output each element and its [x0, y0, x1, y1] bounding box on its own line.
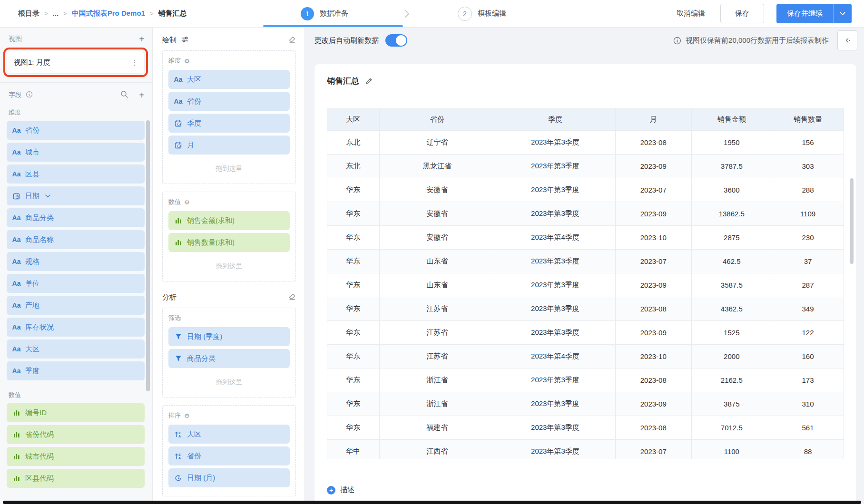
edit-title-pencil-icon[interactable]	[365, 77, 373, 85]
table-cell: 1109	[772, 202, 844, 226]
field-chip[interactable]: 商品分类	[168, 349, 290, 368]
auto-refresh-label: 更改后自动刷新数据	[314, 36, 379, 45]
measures-section-label: 数值	[0, 383, 152, 403]
field-chip[interactable]: 编号ID	[7, 403, 145, 422]
field-chip[interactable]: Aa城市	[7, 143, 145, 162]
breadcrumb: 根目录 > ... > 中国式报表Pro Demo1 > 销售汇总	[18, 0, 187, 27]
draw-measures-label: 数值 ⚙	[168, 198, 290, 206]
field-chip[interactable]: ZA省份	[168, 446, 290, 465]
field-chip-label: 规格	[25, 257, 39, 266]
field-chip[interactable]: Aa季度	[7, 361, 145, 380]
table-cell: 173	[772, 368, 844, 392]
field-chip-label: 商品分类	[25, 213, 54, 223]
field-chip[interactable]: 日期	[7, 186, 145, 205]
field-chip[interactable]: Aa商品分类	[7, 208, 145, 227]
table-cell: 2023-10	[615, 345, 691, 368]
add-view-button[interactable]: +	[139, 36, 145, 42]
text-field-icon: Aa	[174, 97, 182, 105]
table-cell: 2023年第3季度	[495, 131, 615, 155]
field-chip[interactable]: Aa大区	[7, 339, 145, 359]
table-cell: 浙江省	[379, 368, 495, 392]
sidebar-scrollbar[interactable]	[146, 120, 150, 391]
field-chip[interactable]: 省份代码	[7, 425, 145, 444]
table-cell: 2023年第4季度	[495, 226, 615, 250]
field-chip[interactable]: 销售数量(求和)	[168, 233, 290, 252]
table-cell: 华东	[327, 345, 380, 368]
sliders-icon[interactable]	[181, 36, 189, 45]
field-chip-label: 区县	[25, 170, 39, 179]
fields-panel-title: 字段	[9, 91, 22, 99]
field-chip[interactable]: 月	[168, 136, 290, 155]
sort-az-icon: ZA	[174, 453, 182, 460]
add-description-icon[interactable]: +	[327, 486, 335, 494]
field-chip[interactable]: Aa省份	[168, 92, 290, 111]
field-chip[interactable]: 日期 (季度)	[168, 327, 290, 346]
search-fields-icon[interactable]	[120, 90, 128, 100]
field-chip[interactable]: 区县代码	[7, 469, 145, 488]
save-and-continue-label: 保存并继续	[776, 4, 833, 23]
field-chip-label: 大区	[187, 75, 201, 84]
gear-icon[interactable]: ⚙	[184, 199, 190, 206]
breadcrumb-parent[interactable]: 中国式报表Pro Demo1	[72, 9, 145, 18]
field-chip[interactable]: ZA大区	[168, 425, 290, 444]
save-and-continue-button[interactable]: 保存并继续	[776, 4, 852, 23]
breadcrumb-ellipsis[interactable]: ...	[53, 10, 59, 18]
field-chip[interactable]: Aa区县	[7, 165, 145, 184]
step-template-edit[interactable]: 2 模板编辑	[458, 0, 506, 27]
add-field-button[interactable]: +	[139, 92, 145, 98]
sort-label: 排序 ⚙	[168, 411, 290, 420]
table-cell: 2162.5	[691, 368, 772, 392]
table-cell: 华东	[327, 202, 380, 226]
table-cell: 山东省	[379, 250, 495, 273]
table-cell: 江苏省	[379, 321, 495, 345]
field-chip-label: 商品名称	[25, 235, 54, 244]
data-toolbar: 更改后自动刷新数据 视图仅保留前20,000行数据用于后续报表制作	[305, 27, 864, 54]
field-chip[interactable]: Aa大区	[168, 70, 290, 89]
gear-icon[interactable]: ⚙	[184, 58, 190, 65]
step-data-preparation[interactable]: 1 数据准备	[301, 0, 348, 27]
save-button[interactable]: 保存	[720, 4, 764, 23]
info-icon	[26, 91, 33, 99]
field-chip[interactable]: 销售金额(求和)	[168, 211, 290, 230]
field-chip[interactable]: 城市代码	[7, 447, 145, 466]
table-cell: 122	[772, 321, 844, 345]
view-more-icon[interactable]: ⋮	[131, 58, 138, 67]
table-cell: 2023年第4季度	[495, 345, 615, 368]
collapse-panel-button[interactable]	[837, 30, 857, 50]
calendar-icon	[12, 193, 20, 200]
data-table: 大区省份季度月销售金额销售数量 东北辽宁省2023年第3季度2023-08195…	[327, 108, 844, 459]
cancel-edit-button[interactable]: 取消编辑	[674, 9, 708, 19]
field-chip[interactable]: Aa单位	[7, 274, 145, 293]
gear-icon[interactable]: ⚙	[184, 412, 190, 419]
dimension-field-list: Aa省份Aa城市Aa区县日期Aa商品分类Aa商品名称Aa规格Aa单位Aa产地Aa…	[0, 121, 152, 380]
table-cell: 7012.5	[691, 416, 772, 440]
auto-refresh-toggle[interactable]	[385, 34, 407, 47]
breadcrumb-root[interactable]: 根目录	[18, 9, 39, 18]
field-chip[interactable]: 日期 (月)	[168, 468, 290, 487]
text-field-icon: Aa	[174, 76, 182, 83]
window-bottom-edge	[3, 501, 861, 504]
field-chip[interactable]: Aa库存状况	[7, 318, 145, 337]
save-options-dropdown[interactable]	[833, 4, 852, 23]
table-cell: 230	[772, 226, 844, 250]
field-chip[interactable]: 季度	[168, 114, 290, 133]
field-chip[interactable]: Aa产地	[7, 296, 145, 315]
field-chip-label: 区县代码	[25, 474, 54, 483]
table-viewport: 大区省份季度月销售金额销售数量 东北辽宁省2023年第3季度2023-08195…	[327, 108, 844, 459]
field-chip-label: 省份	[187, 97, 201, 106]
clear-analysis-eraser-icon[interactable]	[288, 293, 296, 302]
bar-chart-icon	[12, 475, 20, 482]
field-chip[interactable]: Aa省份	[7, 121, 145, 140]
table-cell: 160	[772, 345, 844, 368]
table-cell: 2023-09	[615, 273, 691, 297]
field-chip[interactable]: Aa规格	[7, 252, 145, 271]
field-chip-label: 编号ID	[25, 408, 47, 417]
view-item-monthly[interactable]: 视图1: 月度 ⋮	[7, 51, 145, 74]
table-cell: 156	[772, 131, 844, 155]
clear-draw-eraser-icon[interactable]	[288, 36, 296, 45]
field-chip[interactable]: Aa商品名称	[7, 230, 145, 249]
table-scrollbar[interactable]	[850, 178, 854, 264]
text-field-icon: Aa	[12, 126, 20, 134]
table-row: 华东安徽省2023年第3季度2023-0913862.51109	[327, 202, 844, 226]
table-cell: 3587.5	[691, 273, 772, 297]
